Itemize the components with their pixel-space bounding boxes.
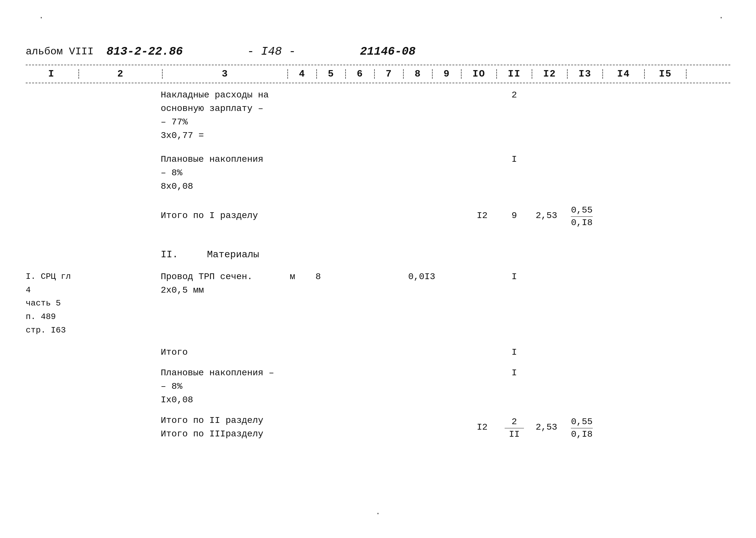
fraction-bottom-2: II bbox=[505, 428, 524, 440]
row-material-col9: 0,0I3 bbox=[408, 270, 434, 284]
row-itogo1-col13: 2,53 bbox=[530, 209, 563, 223]
row-itogo1-col14: 0,55 0,I8 bbox=[563, 203, 601, 228]
col-header-10: IO bbox=[463, 69, 495, 80]
row-material-col5: 8 bbox=[305, 270, 331, 284]
top-decoration-right: · bbox=[718, 13, 724, 23]
fraction-col14-2: 0,55 0,I8 bbox=[571, 416, 592, 440]
row-itogo2-col3: Итого по II разделу Итого по IIIразделу bbox=[158, 414, 279, 441]
itogo-i-text: Итого по I разделу bbox=[161, 211, 258, 221]
col-header-2: 2 bbox=[80, 69, 161, 80]
fraction-bottom: 0,I8 bbox=[571, 217, 592, 228]
row-planovye1-col12: I bbox=[498, 153, 530, 166]
row-planovye1: Плановые накопления – 8% 8x0,08 I bbox=[26, 151, 730, 195]
row-material-col1: I. СРЦ гл 4 часть 5 п. 489 стр. I63 bbox=[26, 270, 77, 337]
row-material-col12: I bbox=[498, 270, 530, 284]
fraction-top: 0,55 bbox=[571, 205, 592, 217]
row-itogo1: Итого по I разделу I2 9 2,53 0,55 0,I8 bbox=[26, 202, 730, 230]
col-header-15: I5 bbox=[646, 69, 685, 80]
section-ii-label: II. bbox=[161, 249, 178, 260]
col-header-1: I bbox=[26, 69, 77, 80]
row-nakladnye-col3: Накладные расходы на основную зарплату –… bbox=[158, 88, 279, 142]
col-header-7: 7 bbox=[376, 69, 402, 80]
col-header-9: 9 bbox=[434, 69, 460, 80]
row-itogo1-col3: Итого по I разделу bbox=[158, 209, 279, 223]
col-header-13: I3 bbox=[569, 69, 601, 80]
section-ii-text: II. Материалы bbox=[158, 249, 259, 260]
col-header-5: 5 bbox=[318, 69, 344, 80]
row-material-col4: м bbox=[279, 270, 305, 284]
row-itogo2: Итого по II разделу Итого по IIIразделу … bbox=[26, 412, 730, 443]
col-header-4: 4 bbox=[289, 69, 315, 80]
col-header-6: 6 bbox=[347, 69, 373, 80]
row-planovye2-col3: Плановые накопления – – 8% Ix0,08 bbox=[158, 366, 279, 407]
col-header-8: 8 bbox=[405, 69, 431, 80]
section-ii-title-text: Материалы bbox=[207, 249, 259, 260]
album-label: альбом VIII bbox=[26, 46, 93, 58]
row-nakladnye-col12: 2 bbox=[498, 88, 530, 102]
row-itogo1-col11: I2 bbox=[466, 209, 498, 223]
row-itogo-mat-col12: I bbox=[498, 346, 530, 359]
code1: 813-2-22.86 bbox=[106, 45, 183, 58]
col-header-11: II bbox=[498, 69, 530, 80]
row-nakladnye: Накладные расходы на основную зарплату –… bbox=[26, 86, 730, 144]
row-itogo-mat: Итого I bbox=[26, 344, 730, 361]
row-itogo-mat-col3: Итого bbox=[158, 346, 279, 359]
material-name: Провод ТРП сечен. 2x0,5 мм bbox=[161, 270, 279, 297]
row-itogo2-col12: 2 II bbox=[498, 415, 530, 440]
section-ii-title: II. Материалы bbox=[26, 243, 730, 265]
row-itogo2-col13: 2,53 bbox=[530, 421, 563, 434]
itogo2-text: Итого по II разделу Итого по IIIразделу bbox=[161, 414, 279, 441]
fraction-col12-2: 2 II bbox=[505, 416, 524, 440]
material-ref: I. СРЦ гл 4 часть 5 п. 489 стр. I63 bbox=[26, 270, 77, 337]
col-header-3: 3 bbox=[164, 69, 286, 80]
row-material: I. СРЦ гл 4 часть 5 п. 489 стр. I63 Пров… bbox=[26, 268, 730, 339]
col-header-14: I4 bbox=[604, 69, 643, 80]
code2: 21146-08 bbox=[360, 45, 416, 58]
row-itogo2-col11: I2 bbox=[466, 421, 498, 434]
row-nakladnye-text: Накладные расходы на основную зарплату –… bbox=[161, 88, 279, 142]
header-row: альбом VIII 813-2-22.86 - I48 - 21146-08 bbox=[26, 45, 730, 58]
fraction-top-2: 2 bbox=[505, 416, 524, 428]
page: · · альбом VIII 813-2-22.86 - I48 - 2114… bbox=[0, 0, 756, 538]
row-planovye2-col12: I bbox=[498, 366, 530, 380]
row-itogo1-col12: 9 bbox=[498, 209, 530, 223]
row-planovye2: Плановые накопления – – 8% Ix0,08 I bbox=[26, 364, 730, 409]
row-planovye1-col3: Плановые накопления – 8% 8x0,08 bbox=[158, 153, 279, 193]
page-num: - I48 - bbox=[247, 45, 296, 58]
fraction-bottom-3: 0,I8 bbox=[571, 428, 592, 440]
fraction-col14: 0,55 0,I8 bbox=[571, 205, 592, 228]
fraction-top-3: 0,55 bbox=[571, 416, 592, 428]
planovye2-text: Плановые накопления – – 8% Ix0,08 bbox=[161, 366, 279, 407]
col-header-12: I2 bbox=[533, 69, 566, 80]
bottom-decoration: · bbox=[376, 509, 381, 519]
column-headers: I 2 3 4 5 6 7 8 9 IO II I2 I3 I4 I5 bbox=[26, 65, 730, 83]
row-material-col3: Провод ТРП сечен. 2x0,5 мм bbox=[158, 270, 279, 297]
row-itogo2-col14: 0,55 0,I8 bbox=[563, 415, 601, 440]
top-decoration-left: · bbox=[38, 13, 44, 23]
